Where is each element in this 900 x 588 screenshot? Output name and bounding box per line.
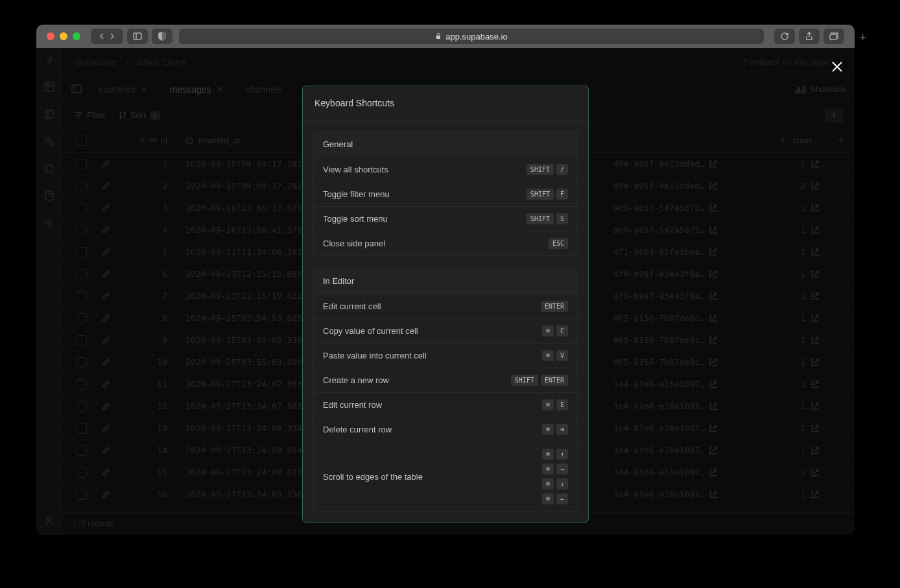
external-link-icon[interactable] [709,292,718,301]
edit-icon[interactable] [101,358,110,367]
shortcuts-button[interactable]: Shortcuts [796,84,846,94]
row-checkbox[interactable] [77,159,87,169]
row-checkbox[interactable] [77,247,87,257]
external-link-icon[interactable] [709,468,718,477]
close-icon[interactable]: ✕ [217,84,224,94]
cell-uuid[interactable]: 1e4-8fe6-e16e1087… [613,445,750,455]
cell-chan[interactable]: 1 [750,445,827,455]
external-link-icon[interactable] [811,468,820,477]
external-link-icon[interactable] [811,446,820,455]
cell-uuid[interactable]: 9c0-a657-547a5672… [613,225,750,235]
reload-icon[interactable] [774,29,795,44]
cell-id[interactable]: 7 [127,291,179,301]
external-link-icon[interactable] [709,490,718,499]
cell-chan[interactable]: 1 [750,467,827,477]
window-minimize[interactable] [60,32,67,40]
row-checkbox[interactable] [77,291,87,301]
cell-id[interactable]: 6 [127,269,179,279]
cell-id[interactable]: 4 [127,225,179,235]
external-link-icon[interactable] [811,380,820,389]
cell-id[interactable]: 15 [127,467,179,477]
external-link-icon[interactable] [811,226,820,235]
add-button[interactable]: + [825,108,843,123]
external-link-icon[interactable] [811,490,820,499]
external-link-icon[interactable] [811,248,820,257]
cell-id[interactable]: 1 [127,159,179,169]
edit-icon[interactable] [101,159,110,169]
cell-chan[interactable]: 1 [750,247,827,257]
cell-id[interactable]: 9 [127,335,179,345]
external-link-icon[interactable] [811,159,820,169]
cell-uuid[interactable]: d9e-a95f-9e13dded… [613,159,750,169]
cell-uuid[interactable]: 4f0-b98f-83e43f8a… [613,269,750,279]
database-icon[interactable] [43,189,56,202]
row-checkbox[interactable] [77,467,87,478]
external-link-icon[interactable] [709,380,718,389]
window-close[interactable] [47,32,54,40]
external-link-icon[interactable] [811,270,820,279]
breadcrumb-root[interactable]: Supabase [75,57,116,67]
external-link-icon[interactable] [811,314,820,323]
cell-chan[interactable]: 1 [750,269,827,279]
row-checkbox[interactable] [77,335,87,346]
cell-chan[interactable]: 2 [750,181,827,191]
external-link-icon[interactable] [811,292,820,301]
cell-uuid[interactable]: 9c0-a657-547a5672… [613,203,750,213]
external-link-icon[interactable] [811,204,820,213]
new-tab-icon[interactable]: + [859,31,866,45]
cell-uuid[interactable]: 005-8156-7b87de8c… [613,313,750,323]
cell-chan[interactable]: 1 [750,225,827,235]
sql-icon[interactable] [43,108,56,121]
add-column-icon[interactable]: + [838,135,844,147]
external-link-icon[interactable] [811,402,820,411]
breadcrumb-project[interactable]: Slack Clone [137,57,186,67]
cell-id[interactable]: 14 [127,445,179,455]
external-link-icon[interactable] [709,358,718,367]
sidebar-toggle-icon[interactable] [127,29,148,44]
edit-icon[interactable] [101,446,110,455]
external-link-icon[interactable] [709,204,718,213]
row-checkbox[interactable] [77,489,87,500]
external-link-icon[interactable] [709,159,718,169]
user-icon[interactable] [43,514,56,527]
row-checkbox[interactable] [77,181,87,191]
sort-button[interactable]: Sort 1 [119,110,160,120]
cell-chan[interactable]: 1 [750,423,827,433]
edit-icon[interactable] [101,270,110,279]
external-link-icon[interactable] [811,336,820,345]
edit-icon[interactable] [101,336,110,345]
table-editor-icon[interactable] [43,80,56,93]
external-link-icon[interactable] [709,424,718,433]
external-link-icon[interactable] [709,270,718,279]
external-link-icon[interactable] [709,446,718,455]
cell-id[interactable]: 10 [127,357,179,367]
row-checkbox[interactable] [77,203,87,213]
edit-icon[interactable] [101,226,110,235]
row-checkbox[interactable] [77,269,87,279]
edit-icon[interactable] [101,380,110,389]
cell-chan[interactable]: 1 [750,203,827,213]
row-checkbox[interactable] [77,401,87,412]
external-link-icon[interactable] [709,336,718,345]
external-link-icon[interactable] [811,182,820,191]
tab-messages[interactable]: messages✕ [163,80,230,99]
cell-chan[interactable]: 1 [750,159,827,169]
cell-uuid[interactable]: 005-8156-7b87de8c… [613,357,750,367]
cell-uuid[interactable]: 1e4-8fe6-e16e1087… [613,489,750,499]
row-checkbox[interactable] [77,313,87,323]
cell-id[interactable]: 13 [127,423,179,433]
select-all-checkbox[interactable] [77,135,87,146]
cell-id[interactable]: 12 [127,401,179,411]
filter-button[interactable]: Filter [74,110,106,120]
close-icon[interactable]: ✕ [141,84,148,94]
external-link-icon[interactable] [709,182,718,191]
storage-icon[interactable] [43,162,56,175]
logo-icon[interactable] [43,53,56,66]
external-link-icon[interactable] [709,248,718,257]
cell-uuid[interactable]: 1e4-8fe6-e16e1087… [613,423,750,433]
cell-uuid[interactable]: d9e-a95f-9e13dded… [613,181,750,191]
row-checkbox[interactable] [77,445,87,456]
cell-uuid[interactable]: 1e4-8fe6-e16e1087… [613,379,750,389]
cell-id[interactable]: 8 [127,313,179,323]
browser-nav-buttons[interactable] [91,29,123,44]
